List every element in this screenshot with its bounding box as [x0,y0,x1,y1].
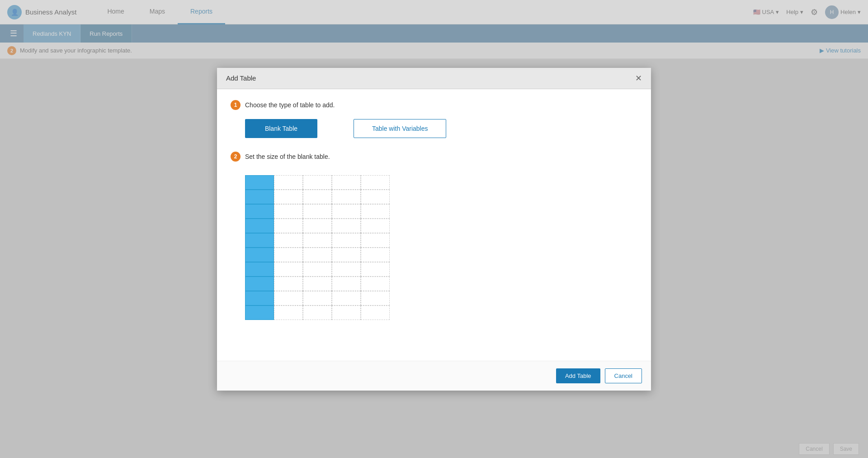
grid-cell[interactable] [274,219,303,233]
grid-cell[interactable] [245,190,274,204]
step2-label: Set the size of the blank table. [245,153,330,160]
step2-number: 2 [231,152,241,162]
grid-cell[interactable] [274,305,303,320]
grid-cell[interactable] [303,262,332,277]
modal-close-icon[interactable]: ✕ [635,74,642,82]
grid-cell[interactable] [361,291,390,305]
grid-cell[interactable] [245,262,274,277]
table-type-buttons: Blank Table Table with Variables [231,119,637,138]
grid-cell[interactable] [245,204,274,219]
grid-cell[interactable] [303,204,332,219]
grid-cell[interactable] [274,262,303,277]
grid-cell[interactable] [303,291,332,305]
grid-cell[interactable] [332,175,361,190]
grid-cell[interactable] [274,175,303,190]
grid-cell[interactable] [361,277,390,291]
grid-cell[interactable] [245,219,274,233]
grid-cell[interactable] [332,190,361,204]
modal-footer: Add Table Cancel [217,361,651,391]
blank-table-button[interactable]: Blank Table [245,119,317,138]
grid-cell[interactable] [274,291,303,305]
grid-cell[interactable] [361,175,390,190]
grid-cell[interactable] [274,248,303,262]
grid-cell[interactable] [332,291,361,305]
grid-cell[interactable] [332,233,361,248]
grid-cell[interactable] [332,277,361,291]
step1-header: 1 Choose the type of table to add. [231,100,637,110]
modal-overlay: Add Table ✕ 1 Choose the type of table t… [0,0,868,458]
grid-cell[interactable] [332,305,361,320]
grid-cell[interactable] [245,305,274,320]
step1-label: Choose the type of table to add. [245,101,335,109]
grid-cell[interactable] [303,248,332,262]
step1-number: 1 [231,100,241,110]
grid-cell[interactable] [303,219,332,233]
grid-cell[interactable] [332,262,361,277]
grid-cell[interactable] [245,248,274,262]
grid-cell[interactable] [303,305,332,320]
grid-cell[interactable] [361,204,390,219]
add-table-button[interactable]: Add Table [556,368,600,383]
modal-header: Add Table ✕ [217,68,651,89]
grid-cell[interactable] [303,233,332,248]
grid-cell[interactable] [274,277,303,291]
cancel-button[interactable]: Cancel [605,368,642,383]
grid-cell[interactable] [361,262,390,277]
grid-cell[interactable] [245,277,274,291]
table-with-variables-button[interactable]: Table with Variables [354,119,446,138]
grid-cell[interactable] [332,204,361,219]
grid-cell[interactable] [361,219,390,233]
grid-cell[interactable] [245,291,274,305]
grid-cell[interactable] [361,248,390,262]
grid-cell[interactable] [332,219,361,233]
modal-title: Add Table [226,74,256,82]
table-size-grid[interactable] [245,175,390,320]
grid-cell[interactable] [274,190,303,204]
add-table-modal: Add Table ✕ 1 Choose the type of table t… [217,68,651,391]
grid-cell[interactable] [303,277,332,291]
grid-cell[interactable] [245,233,274,248]
modal-body: 1 Choose the type of table to add. Blank… [217,89,651,361]
grid-cell[interactable] [361,233,390,248]
grid-cell[interactable] [245,175,274,190]
grid-cell[interactable] [332,248,361,262]
grid-cell[interactable] [274,204,303,219]
step2-header: 2 Set the size of the blank table. [231,152,637,162]
grid-container [231,171,637,320]
grid-cell[interactable] [274,233,303,248]
grid-cell[interactable] [361,305,390,320]
grid-cell[interactable] [361,190,390,204]
grid-cell[interactable] [303,190,332,204]
grid-cell[interactable] [303,175,332,190]
